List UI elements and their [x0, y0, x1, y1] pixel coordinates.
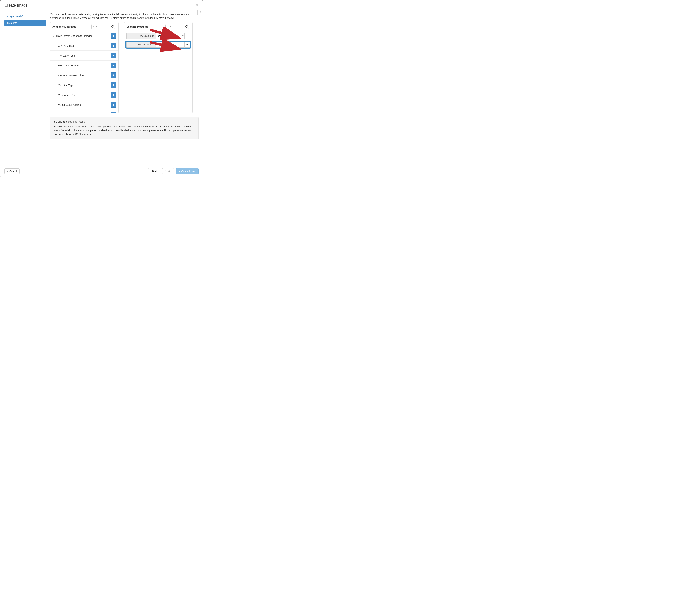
description-title: SCSI Model: [54, 120, 67, 123]
nav-label: Image Details: [7, 15, 22, 18]
available-metadata-panel: Available Metadata libvirt Driver Option…: [50, 22, 119, 113]
existing-metadata-panel: Existing Metadata hw_disk_bus: [124, 22, 193, 113]
modal-header: Create Image ✕: [1, 1, 202, 10]
add-button[interactable]: +: [111, 43, 116, 48]
available-item: Firmware Type +: [50, 51, 118, 61]
group-label: libvirt Driver Options for Images: [56, 34, 92, 38]
available-item-label: Machine Type: [58, 84, 74, 87]
existing-value-select[interactable]: scsi: [156, 33, 184, 39]
available-item-label: CD-ROM Bus: [58, 44, 74, 47]
cancel-button[interactable]: Cancel: [4, 168, 19, 174]
nav-label: Metadata: [7, 21, 17, 25]
add-button[interactable]: +: [111, 82, 116, 88]
add-button[interactable]: +: [111, 102, 116, 107]
available-filter-search-button[interactable]: [110, 25, 116, 29]
add-all-button[interactable]: +: [111, 33, 116, 39]
available-item: Multiqueue Enabled +: [50, 100, 118, 110]
chevron-right-icon: [171, 170, 171, 173]
available-item: Max Video Ram +: [50, 90, 118, 100]
available-item-label: Multiqueue Enabled: [58, 103, 81, 106]
available-item: OS Type +: [50, 110, 118, 113]
add-button[interactable]: +: [111, 63, 116, 68]
nav-metadata[interactable]: Metadata: [4, 20, 46, 26]
existing-row: hw_disk_bus scsi −: [126, 33, 190, 39]
help-icon[interactable]: ?: [197, 10, 202, 15]
description-key: hw_scsi_model: [69, 120, 86, 123]
metadata-group-heading[interactable]: libvirt Driver Options for Images +: [50, 31, 118, 41]
existing-title: Existing Metadata: [126, 25, 149, 28]
available-list[interactable]: libvirt Driver Options for Images + CD-R…: [50, 31, 118, 113]
existing-filter-input[interactable]: [166, 25, 184, 29]
remove-button[interactable]: −: [184, 42, 190, 47]
chevron-left-icon: [151, 170, 152, 173]
existing-list: hw_disk_bus scsi − hw_scsi_model: [124, 31, 192, 113]
intro-text: You can specify resource metadata by mov…: [50, 13, 192, 20]
existing-value-input[interactable]: [156, 42, 184, 47]
remove-button[interactable]: −: [184, 33, 190, 39]
check-icon: [179, 170, 181, 173]
available-item-label: Hide hypervisor id: [58, 64, 79, 67]
available-item: Hide hypervisor id +: [50, 61, 118, 70]
create-image-button[interactable]: Create Image: [176, 168, 199, 174]
existing-key: hw_disk_bus: [126, 33, 156, 39]
next-button[interactable]: Next: [162, 168, 174, 174]
existing-filter-search-button[interactable]: [184, 25, 190, 29]
description-panel: SCSI Model (hw_scsi_model) Enables the u…: [50, 117, 199, 139]
nav-image-details[interactable]: Image Details*: [4, 13, 46, 19]
add-button[interactable]: +: [111, 112, 116, 113]
available-item-label: Kernel Command Line: [58, 74, 83, 77]
available-item-label: Max Video Ram: [58, 93, 76, 96]
add-button[interactable]: +: [111, 92, 116, 98]
modal-title: Create Image: [4, 3, 28, 8]
available-item-label: Firmware Type: [58, 54, 75, 57]
back-button[interactable]: Back: [148, 168, 160, 174]
existing-key: hw_scsi_model: [126, 42, 156, 47]
add-button[interactable]: +: [111, 73, 116, 78]
chevron-down-icon: [52, 34, 55, 38]
close-icon[interactable]: ✕: [196, 3, 199, 8]
wizard-nav: Image Details* Metadata: [1, 10, 49, 166]
search-icon: [185, 25, 189, 28]
available-title: Available Metadata: [52, 25, 76, 28]
available-item: CD-ROM Bus +: [50, 41, 118, 51]
description-body: Enables the use of VirtIO SCSI (virtio-s…: [54, 125, 195, 136]
required-asterisk-icon: *: [22, 15, 23, 17]
x-icon: [7, 170, 9, 173]
available-filter-input[interactable]: [92, 25, 110, 29]
content-area: ? You can specify resource metadata by m…: [49, 10, 202, 166]
available-item: Machine Type +: [50, 80, 118, 90]
search-icon: [111, 25, 115, 28]
available-item: Kernel Command Line +: [50, 70, 118, 80]
add-button[interactable]: +: [111, 53, 116, 58]
existing-row-highlighted: hw_scsi_model −: [126, 42, 190, 47]
